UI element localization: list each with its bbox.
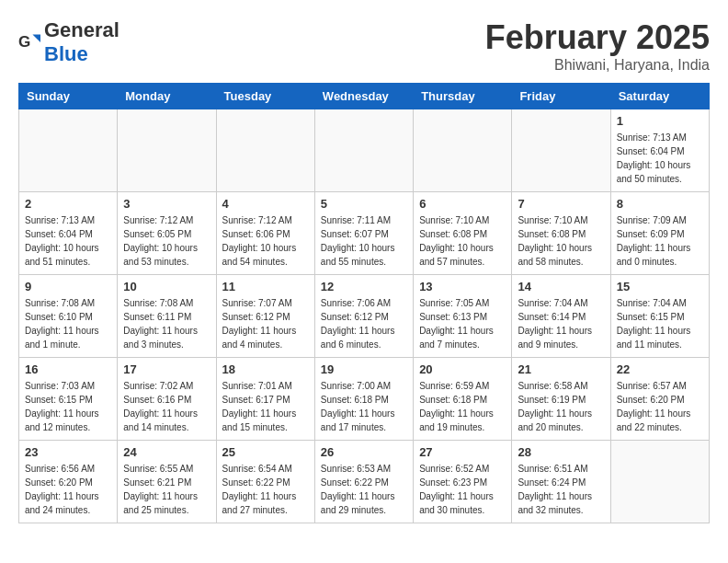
day-info: Sunrise: 6:59 AM Sunset: 6:18 PM Dayligh… xyxy=(419,379,506,434)
calendar-week-row: 2Sunrise: 7:13 AM Sunset: 6:04 PM Daylig… xyxy=(19,192,710,275)
calendar-day-cell: 27Sunrise: 6:52 AM Sunset: 6:23 PM Dayli… xyxy=(414,441,512,523)
day-number: 15 xyxy=(617,280,703,293)
day-number: 26 xyxy=(321,445,407,459)
calendar-day-cell: 10Sunrise: 7:08 AM Sunset: 6:11 PM Dayli… xyxy=(118,275,216,358)
day-info: Sunrise: 7:07 AM Sunset: 6:12 PM Dayligh… xyxy=(222,296,309,351)
weekday-header-cell: Tuesday xyxy=(216,84,314,109)
calendar-day-cell: 15Sunrise: 7:04 AM Sunset: 6:15 PM Dayli… xyxy=(610,275,709,358)
weekday-header-cell: Monday xyxy=(118,84,216,109)
day-info: Sunrise: 7:04 AM Sunset: 6:14 PM Dayligh… xyxy=(518,296,604,351)
calendar-day-cell: 4Sunrise: 7:12 AM Sunset: 6:06 PM Daylig… xyxy=(216,192,314,275)
title-area: February 2025 Bhiwani, Haryana, India xyxy=(485,18,710,74)
day-number: 22 xyxy=(617,362,703,376)
day-info: Sunrise: 7:08 AM Sunset: 6:10 PM Dayligh… xyxy=(25,296,111,351)
day-number: 3 xyxy=(123,197,210,211)
day-info: Sunrise: 6:55 AM Sunset: 6:21 PM Dayligh… xyxy=(123,462,210,517)
calendar-day-cell: 9Sunrise: 7:08 AM Sunset: 6:10 PM Daylig… xyxy=(19,275,118,358)
day-number: 24 xyxy=(123,445,210,459)
day-info: Sunrise: 6:52 AM Sunset: 6:23 PM Dayligh… xyxy=(419,462,506,517)
day-info: Sunrise: 7:12 AM Sunset: 6:05 PM Dayligh… xyxy=(123,213,210,269)
calendar-day-cell: 12Sunrise: 7:06 AM Sunset: 6:12 PM Dayli… xyxy=(314,275,413,358)
day-info: Sunrise: 7:01 AM Sunset: 6:17 PM Dayligh… xyxy=(222,379,309,434)
day-number: 8 xyxy=(617,197,703,211)
day-info: Sunrise: 6:53 AM Sunset: 6:22 PM Dayligh… xyxy=(321,462,407,517)
calendar-day-cell: 13Sunrise: 7:05 AM Sunset: 6:13 PM Dayli… xyxy=(414,275,512,358)
day-info: Sunrise: 7:12 AM Sunset: 6:06 PM Dayligh… xyxy=(222,213,309,269)
calendar-day-cell: 2Sunrise: 7:13 AM Sunset: 6:04 PM Daylig… xyxy=(19,192,118,275)
day-number: 14 xyxy=(518,280,604,293)
calendar-week-row: 23Sunrise: 6:56 AM Sunset: 6:20 PM Dayli… xyxy=(19,441,710,523)
calendar-day-cell: 8Sunrise: 7:09 AM Sunset: 6:09 PM Daylig… xyxy=(610,192,709,275)
calendar-week-row: 1Sunrise: 7:13 AM Sunset: 6:04 PM Daylig… xyxy=(19,109,710,192)
day-info: Sunrise: 7:05 AM Sunset: 6:13 PM Dayligh… xyxy=(419,296,506,351)
svg-marker-1 xyxy=(32,34,40,42)
day-info: Sunrise: 6:56 AM Sunset: 6:20 PM Dayligh… xyxy=(25,462,111,517)
day-number: 19 xyxy=(321,362,407,376)
calendar-table: SundayMondayTuesdayWednesdayThursdayFrid… xyxy=(18,83,710,523)
logo-general: General xyxy=(44,18,119,41)
day-info: Sunrise: 7:10 AM Sunset: 6:08 PM Dayligh… xyxy=(419,213,506,269)
day-number: 10 xyxy=(123,280,210,293)
svg-text:G: G xyxy=(18,32,30,51)
calendar-day-cell: 3Sunrise: 7:12 AM Sunset: 6:05 PM Daylig… xyxy=(118,192,216,275)
day-info: Sunrise: 7:11 AM Sunset: 6:07 PM Dayligh… xyxy=(321,213,407,269)
weekday-header-cell: Wednesday xyxy=(314,84,413,109)
day-number: 5 xyxy=(321,197,407,211)
day-info: Sunrise: 6:58 AM Sunset: 6:19 PM Dayligh… xyxy=(518,379,604,434)
calendar-body: 1Sunrise: 7:13 AM Sunset: 6:04 PM Daylig… xyxy=(19,109,710,523)
day-number: 7 xyxy=(518,197,604,211)
day-info: Sunrise: 7:10 AM Sunset: 6:08 PM Dayligh… xyxy=(518,213,604,269)
calendar-day-cell: 7Sunrise: 7:10 AM Sunset: 6:08 PM Daylig… xyxy=(512,192,610,275)
calendar-day-cell: 28Sunrise: 6:51 AM Sunset: 6:24 PM Dayli… xyxy=(512,441,610,523)
day-number: 6 xyxy=(419,197,506,211)
calendar-day-cell: 17Sunrise: 7:02 AM Sunset: 6:16 PM Dayli… xyxy=(118,358,216,441)
day-number: 16 xyxy=(25,362,111,376)
calendar-day-cell xyxy=(512,109,610,192)
calendar-day-cell: 22Sunrise: 6:57 AM Sunset: 6:20 PM Dayli… xyxy=(610,358,709,441)
day-number: 12 xyxy=(321,280,407,293)
day-info: Sunrise: 7:08 AM Sunset: 6:11 PM Dayligh… xyxy=(123,296,210,351)
calendar-day-cell xyxy=(414,109,512,192)
calendar-day-cell: 20Sunrise: 6:59 AM Sunset: 6:18 PM Dayli… xyxy=(414,358,512,441)
calendar-day-cell: 26Sunrise: 6:53 AM Sunset: 6:22 PM Dayli… xyxy=(314,441,413,523)
day-number: 18 xyxy=(222,362,309,376)
month-title: February 2025 xyxy=(485,18,710,57)
calendar-day-cell: 25Sunrise: 6:54 AM Sunset: 6:22 PM Dayli… xyxy=(216,441,314,523)
day-number: 27 xyxy=(419,445,506,459)
calendar-day-cell xyxy=(19,109,118,192)
day-number: 23 xyxy=(25,445,111,459)
calendar-week-row: 16Sunrise: 7:03 AM Sunset: 6:15 PM Dayli… xyxy=(19,358,710,441)
day-number: 28 xyxy=(518,445,604,459)
weekday-header-cell: Sunday xyxy=(19,84,118,109)
day-number: 17 xyxy=(123,362,210,376)
calendar-day-cell: 11Sunrise: 7:07 AM Sunset: 6:12 PM Dayli… xyxy=(216,275,314,358)
day-info: Sunrise: 6:57 AM Sunset: 6:20 PM Dayligh… xyxy=(617,379,703,434)
day-number: 2 xyxy=(25,197,111,211)
calendar-day-cell: 23Sunrise: 6:56 AM Sunset: 6:20 PM Dayli… xyxy=(19,441,118,523)
calendar-day-cell: 24Sunrise: 6:55 AM Sunset: 6:21 PM Dayli… xyxy=(118,441,216,523)
day-number: 13 xyxy=(419,280,506,293)
calendar-day-cell: 21Sunrise: 6:58 AM Sunset: 6:19 PM Dayli… xyxy=(512,358,610,441)
location-subtitle: Bhiwani, Haryana, India xyxy=(485,57,710,74)
weekday-header-cell: Thursday xyxy=(414,84,512,109)
day-info: Sunrise: 7:04 AM Sunset: 6:15 PM Dayligh… xyxy=(617,296,703,351)
day-info: Sunrise: 7:00 AM Sunset: 6:18 PM Dayligh… xyxy=(321,379,407,434)
logo-icon: G xyxy=(18,31,40,53)
calendar-day-cell: 14Sunrise: 7:04 AM Sunset: 6:14 PM Dayli… xyxy=(512,275,610,358)
calendar-day-cell: 18Sunrise: 7:01 AM Sunset: 6:17 PM Dayli… xyxy=(216,358,314,441)
calendar-day-cell: 1Sunrise: 7:13 AM Sunset: 6:04 PM Daylig… xyxy=(610,109,709,192)
day-number: 20 xyxy=(419,362,506,376)
day-info: Sunrise: 7:13 AM Sunset: 6:04 PM Dayligh… xyxy=(25,213,111,269)
header: G General Blue February 2025 Bhiwani, Ha… xyxy=(18,18,710,74)
day-number: 25 xyxy=(222,445,309,459)
logo-blue: Blue xyxy=(44,42,88,65)
day-info: Sunrise: 6:51 AM Sunset: 6:24 PM Dayligh… xyxy=(518,462,604,517)
day-info: Sunrise: 7:02 AM Sunset: 6:16 PM Dayligh… xyxy=(123,379,210,434)
calendar-day-cell xyxy=(216,109,314,192)
calendar-day-cell: 6Sunrise: 7:10 AM Sunset: 6:08 PM Daylig… xyxy=(414,192,512,275)
day-info: Sunrise: 7:09 AM Sunset: 6:09 PM Dayligh… xyxy=(617,213,703,269)
logo: G General Blue xyxy=(18,18,119,66)
calendar-day-cell xyxy=(314,109,413,192)
day-info: Sunrise: 7:03 AM Sunset: 6:15 PM Dayligh… xyxy=(25,379,111,434)
day-info: Sunrise: 7:06 AM Sunset: 6:12 PM Dayligh… xyxy=(321,296,407,351)
